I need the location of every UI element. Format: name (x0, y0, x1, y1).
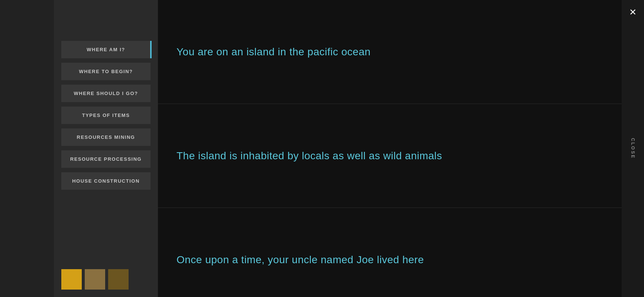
close-x-button[interactable]: ✕ (625, 4, 641, 20)
close-bar: ✕ CLOSE (622, 0, 644, 297)
nav-btn-where-am-i[interactable]: WHERE AM I? (61, 41, 151, 58)
color-swatches-container (61, 262, 151, 290)
nav-btn-types-of-items[interactable]: TYPES OF ITEMS (61, 107, 151, 124)
color-swatch-1[interactable] (85, 269, 105, 290)
section-text-2: Once upon a time, your uncle named Joe l… (177, 252, 424, 267)
content-section-2: Once upon a time, your uncle named Joe l… (158, 208, 622, 297)
main-content-area: You are on an island in the pacific ocea… (158, 0, 622, 297)
nav-btn-resources-mining[interactable]: RESOURCES MINING (61, 128, 151, 146)
nav-btn-where-should-i-go[interactable]: WHERE SHOULD I GO? (61, 85, 151, 102)
color-swatch-2[interactable] (108, 269, 129, 290)
nav-btn-house-construction[interactable]: HOUSE CONSTRUCTION (61, 172, 151, 190)
content-section-1: The island is inhabited by locals as wel… (158, 104, 622, 208)
content-section-0: You are on an island in the pacific ocea… (158, 0, 622, 104)
color-swatch-0[interactable] (61, 269, 82, 290)
navigation-sidebar: WHERE AM I?WHERE TO BEGIN?WHERE SHOULD I… (54, 0, 158, 297)
section-text-0: You are on an island in the pacific ocea… (177, 45, 370, 59)
nav-btn-resource-processing[interactable]: RESOURCE PROCESSING (61, 150, 151, 168)
nav-btn-where-to-begin[interactable]: WHERE TO BEGIN? (61, 63, 151, 80)
section-text-1: The island is inhabited by locals as wel… (177, 148, 442, 163)
close-label: CLOSE (630, 138, 635, 159)
sidebar-background-strip (0, 0, 54, 297)
